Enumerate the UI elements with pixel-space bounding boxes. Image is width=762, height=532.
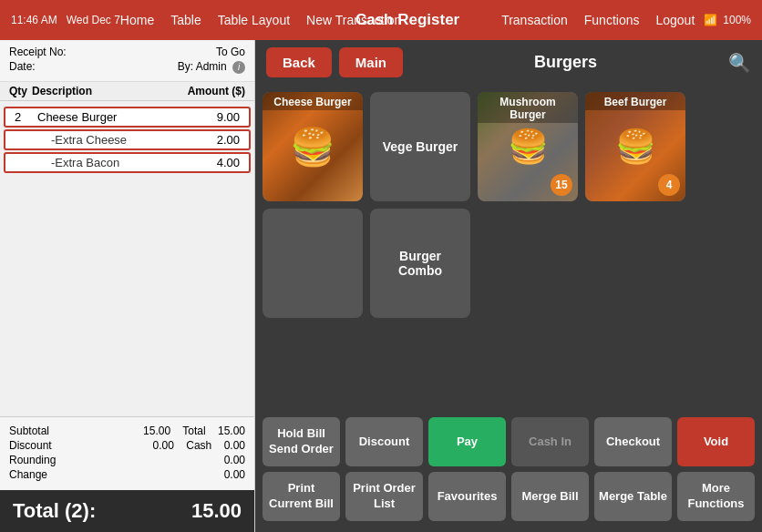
date-label: Date: (9, 60, 36, 74)
modifier-desc-1: -Extra Cheese (51, 133, 176, 147)
item-amount: 9.00 (176, 110, 240, 124)
menu-item-empty (263, 209, 363, 318)
discount-value: 0.00 (153, 439, 174, 452)
menu-item-mushroom-burger[interactable]: Mushroom Burger 🍔 15 (478, 92, 578, 201)
grand-total-value: 15.00 (191, 499, 242, 523)
menu-item-label-mushroom-burger: Mushroom Burger (478, 92, 578, 123)
grand-total-bar: Total (2): 15.00 (0, 490, 254, 532)
wifi-icon: 📶 (704, 14, 717, 26)
print-current-bill-button[interactable]: Print Current Bill (263, 472, 340, 521)
receipt-modifier-1[interactable]: -Extra Cheese 2.00 (4, 129, 251, 150)
top-bar: 11:46 AM Wed Dec 7 Home Table Table Layo… (0, 0, 762, 40)
menu-item-burger-combo[interactable]: Burger Combo (370, 209, 470, 318)
time-display: 11:46 AM (11, 14, 57, 26)
modifier-desc-2: -Extra Bacon (51, 156, 176, 169)
by-admin: By: Admin i (178, 60, 245, 74)
modifier-qty-1 (28, 133, 51, 147)
menu-item-vege-burger[interactable]: Vege Burger (370, 92, 470, 201)
main-layout: Receipt No: To Go Date: By: Admin i Qty … (0, 40, 762, 532)
nav-logout[interactable]: Logout (655, 13, 695, 27)
menu-grid: Cheese Burger 🍔 Vege Burger Mushroom Bur… (255, 85, 762, 412)
merge-table-button[interactable]: Merge Table (594, 472, 672, 521)
item-desc: Cheese Burger (37, 110, 176, 124)
to-go-label: To Go (216, 46, 245, 58)
receipt-items: 2 Cheese Burger 9.00 -Extra Cheese 2.00 … (0, 101, 254, 417)
menu-item-label-burger-combo: Burger Combo (370, 241, 470, 285)
total-label: Total (182, 425, 205, 437)
right-panel: Back Main Burgers 🔍 Cheese Burger 🍔 Vege… (255, 40, 762, 532)
print-order-list-button[interactable]: Print Order List (345, 472, 423, 521)
merge-bill-button[interactable]: Merge Bill (511, 472, 589, 521)
col-desc-header: Description (32, 85, 181, 97)
action-buttons: Hold BillSend Order Discount Pay Cash In… (255, 412, 762, 532)
col-qty-header: Qty (9, 85, 32, 97)
nav-home[interactable]: Home (120, 13, 154, 27)
cheese-burger-emoji: 🍔 (290, 126, 335, 169)
rounding-label: Rounding (9, 454, 56, 466)
receipt-modifier-2[interactable]: -Extra Bacon 4.00 (4, 152, 251, 173)
info-icon[interactable]: i (232, 61, 245, 74)
nav-table[interactable]: Table (170, 13, 201, 27)
back-button[interactable]: Back (266, 47, 332, 77)
hold-bill-send-order-button[interactable]: Hold BillSend Order (263, 417, 340, 466)
nav-functions[interactable]: Functions (584, 13, 640, 27)
void-button[interactable]: Void (677, 417, 755, 466)
nav-table-layout[interactable]: Table Layout (218, 13, 290, 27)
nav-transaction[interactable]: Transaction (501, 13, 568, 27)
favourites-button[interactable]: Favourites (428, 472, 506, 521)
modifier-amount-2: 4.00 (176, 156, 240, 169)
right-nav: Transaction Functions Logout (501, 13, 695, 27)
pay-button[interactable]: Pay (428, 417, 506, 466)
subtotal-value: 15.00 (143, 425, 170, 437)
receipt-item-group[interactable]: 2 Cheese Burger 9.00 (4, 107, 251, 128)
mushroom-burger-emoji: 🍔 (508, 128, 549, 166)
cash-label: Cash (186, 439, 211, 452)
cash-in-button: Cash In (511, 417, 589, 466)
checkout-button[interactable]: Checkout (594, 417, 672, 466)
beef-burger-badge: 4 (658, 174, 680, 196)
battery-display: 100% (723, 14, 751, 26)
receipt-column-headers: Qty Description Amount ($) (0, 82, 254, 101)
change-value: 0.00 (224, 468, 245, 481)
subtotal-label: Subtotal (9, 425, 49, 437)
status-bar: 11:46 AM Wed Dec 7 (11, 14, 120, 26)
menu-item-cheese-burger[interactable]: Cheese Burger 🍔 (263, 92, 363, 201)
rounding-value: 0.00 (224, 454, 245, 466)
modifier-amount-1: 2.00 (176, 133, 240, 147)
modifier-qty-2 (28, 156, 51, 169)
menu-item-label-vege-burger: Vege Burger (376, 132, 465, 161)
beef-burger-emoji: 🍔 (615, 128, 656, 166)
battery-wifi: 📶 100% (704, 14, 751, 26)
menu-item-label-beef-burger: Beef Burger (585, 92, 685, 110)
menu-item-beef-burger[interactable]: Beef Burger 🍔 4 (585, 92, 685, 201)
col-amount-header: Amount ($) (181, 85, 245, 97)
action-row-2: Print Current Bill Print Order List Favo… (263, 472, 755, 521)
menu-item-label-cheese-burger: Cheese Burger (263, 92, 363, 110)
more-functions-button[interactable]: More Functions (677, 472, 755, 521)
category-header: Back Main Burgers 🔍 (255, 40, 762, 85)
receipt-totals: Subtotal 15.00 Total 15.00 Discount 0.00 (0, 416, 254, 490)
date-display: Wed Dec 7 (67, 14, 120, 26)
search-button[interactable]: 🔍 (728, 52, 751, 74)
receipt-no-label: Receipt No: (9, 46, 67, 58)
receipt-panel: Receipt No: To Go Date: By: Admin i Qty … (0, 40, 255, 532)
discount-button[interactable]: Discount (345, 417, 423, 466)
app-title: Cash Register (355, 11, 459, 29)
item-qty: 2 (15, 110, 37, 124)
action-row-1: Hold BillSend Order Discount Pay Cash In… (263, 417, 755, 466)
cash-value: 0.00 (224, 439, 245, 452)
main-button[interactable]: Main (339, 47, 403, 77)
receipt-header: Receipt No: To Go Date: By: Admin i (0, 40, 254, 82)
grand-total-label: Total (2): (13, 499, 96, 523)
total-value: 15.00 (218, 425, 245, 437)
search-icon: 🔍 (728, 53, 751, 73)
change-label: Change (9, 468, 47, 481)
category-title: Burgers (403, 53, 728, 72)
mushroom-burger-badge: 15 (551, 174, 572, 196)
discount-label: Discount (9, 439, 52, 452)
